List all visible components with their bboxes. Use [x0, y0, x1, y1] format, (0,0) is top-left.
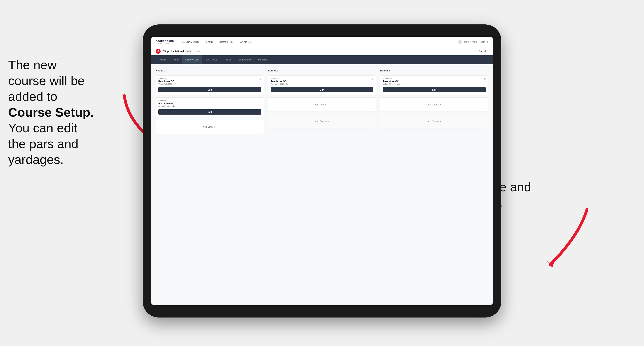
round-3-column: Round 3 ⊗ (Course A) Peachtree GC Yellow…	[380, 69, 488, 134]
tablet-screen: SCOREBOARD Powered by clippd TOURNAMENTS…	[151, 37, 493, 305]
course-label-r2-a: (Course A)	[271, 78, 374, 80]
course-label-r1-a: (Course A)	[158, 78, 261, 80]
edit-button-r1-b[interactable]: Edit	[158, 109, 261, 115]
add-course-r2-disabled: Add Course +	[268, 114, 376, 128]
add-course-r2[interactable]: Add Course +	[268, 98, 376, 112]
tab-printables[interactable]: Printables	[255, 55, 272, 64]
separator: |	[479, 41, 479, 43]
tab-details[interactable]: Details	[156, 55, 169, 64]
tab-course-setup[interactable]: Course Setup	[182, 55, 202, 64]
nav-rankings[interactable]: RANKINGS	[239, 41, 251, 43]
course-name-r1-b: East Lake GC	[158, 102, 261, 105]
course-name-r1-a: Peachtree GC	[158, 80, 261, 83]
right-arrow-icon	[534, 203, 599, 273]
course-label-r1-b: (Course B)	[158, 100, 261, 102]
round-2-title: Round 2	[268, 69, 376, 72]
course-name-r2-a: Peachtree GC	[271, 80, 374, 83]
course-details-r1-b: Black (M) (6891 yds)	[158, 105, 261, 107]
user-area: blair@clippd.io | Sign out	[458, 40, 488, 44]
add-course-text-r3: Add Course +	[427, 103, 441, 106]
course-label-r3-a: (Course A)	[383, 78, 486, 80]
course-details-r1-a: Yellow (M) (6629 yds)	[158, 83, 261, 85]
course-card-r1-b: ⊗ (Course B) East Lake GC Black (M) (689…	[156, 98, 264, 117]
top-navbar: SCOREBOARD Powered by clippd TOURNAMENTS…	[151, 37, 493, 47]
round-1-title: Round 1	[156, 69, 264, 72]
course-details-r2-a: Yellow (M) (6629 yds)	[271, 83, 374, 85]
main-content: Round 1 ⊗ (Course A) Peachtree GC Yellow…	[151, 64, 493, 305]
annotation-text: The newcourse will beadded toCourse Setu…	[8, 58, 94, 167]
tournament-status: Hosting	[194, 50, 200, 52]
delete-icon-r1-a[interactable]: ⊗	[259, 77, 262, 80]
rounds-grid: Round 1 ⊗ (Course A) Peachtree GC Yellow…	[156, 69, 488, 134]
tab-teams[interactable]: Teams	[169, 55, 182, 64]
add-course-text-r2-disabled: Add Course +	[315, 120, 329, 123]
round-1-column: Round 1 ⊗ (Course A) Peachtree GC Yellow…	[156, 69, 264, 134]
tab-results[interactable]: Results	[220, 55, 234, 64]
tournament-gender: Men	[186, 50, 192, 52]
tournament-name: Clippd Invitational	[163, 50, 184, 53]
delete-icon-r1-b[interactable]: ⊗	[259, 99, 262, 103]
tablet-device: SCOREBOARD Powered by clippd TOURNAMENTS…	[143, 24, 501, 318]
add-course-text-r1: Add Course +	[203, 126, 217, 128]
add-course-text-r2: Add Course +	[315, 103, 329, 106]
tournament-logo: C	[156, 49, 160, 54]
add-course-r3-disabled: Add Course +	[380, 114, 488, 128]
round-2-column: Round 2 ⊗ (Course A) Peachtree GC Yellow…	[268, 69, 376, 134]
tab-bar: Details Teams Course Setup Tee Groups Re…	[151, 55, 493, 64]
course-card-r2-a: ⊗ (Course A) Peachtree GC Yellow (M) (66…	[268, 75, 376, 95]
nav-committee[interactable]: COMMITTEE	[218, 41, 233, 43]
course-details-r3-a: Yellow (M) (6629 yds)	[383, 83, 486, 85]
tab-tee-groups[interactable]: Tee Groups	[202, 55, 220, 64]
delete-icon-r2-a[interactable]: ⊗	[371, 77, 374, 80]
edit-button-r1-a[interactable]: Edit	[158, 87, 261, 92]
edit-button-r2-a[interactable]: Edit	[271, 87, 374, 92]
add-course-r3[interactable]: Add Course +	[380, 98, 488, 112]
edit-button-r3-a[interactable]: Edit	[383, 87, 486, 92]
course-card-r1-a: ⊗ (Course A) Peachtree GC Yellow (M) (66…	[156, 75, 264, 95]
brand-logo: SCOREBOARD Powered by clippd	[156, 40, 174, 44]
sign-out-link[interactable]: Sign out	[481, 41, 488, 43]
tournament-bar: C Clippd Invitational Men Hosting Cancel…	[151, 47, 493, 55]
course-name-r3-a: Peachtree GC	[383, 80, 486, 83]
round-3-title: Round 3	[380, 69, 488, 72]
user-email: blair@clippd.io	[464, 41, 477, 43]
nav-links: TOURNAMENTS TEAMS COMMITTEE RANKINGS	[180, 41, 458, 43]
left-annotation: The newcourse will beadded toCourse Setu…	[8, 57, 126, 168]
nav-teams[interactable]: TEAMS	[204, 41, 213, 43]
avatar	[458, 40, 462, 44]
nav-tournaments[interactable]: TOURNAMENTS	[180, 41, 199, 43]
cancel-button[interactable]: Cancel ✕	[479, 50, 488, 52]
tab-leaderboards[interactable]: Leaderboards	[234, 55, 255, 64]
add-course-r1[interactable]: Add Course +	[156, 120, 264, 134]
add-course-text-r3-disabled: Add Course +	[427, 120, 441, 123]
delete-icon-r3-a[interactable]: ⊗	[483, 77, 486, 80]
course-card-r3-a: ⊗ (Course A) Peachtree GC Yellow (M) (66…	[380, 75, 488, 95]
